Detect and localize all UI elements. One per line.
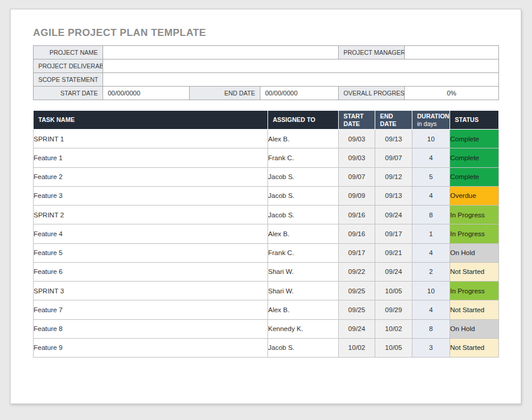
start-date-cell[interactable]: 09/25 xyxy=(339,300,375,319)
task-table: TASK NAME ASSIGNED TO START DATE END DAT… xyxy=(33,110,499,358)
task-name-cell[interactable]: Feature 9 xyxy=(34,338,268,357)
status-cell[interactable]: Complete xyxy=(450,130,499,148)
task-name-cell[interactable]: Feature 5 xyxy=(34,243,268,262)
task-name-header: TASK NAME xyxy=(34,111,268,130)
overall-progress-value[interactable]: 0% xyxy=(405,87,499,100)
assigned-to-cell[interactable]: Kennedy K. xyxy=(268,319,339,338)
start-date-cell[interactable]: 09/16 xyxy=(339,224,375,243)
end-date-cell[interactable]: 09/17 xyxy=(375,224,412,243)
scope-statement-value[interactable] xyxy=(103,73,499,87)
task-name-cell[interactable]: Feature 7 xyxy=(34,300,268,319)
task-table-body: SPRINT 1Alex B.09/0309/1310CompleteFeatu… xyxy=(34,130,499,358)
duration-cell[interactable]: 8 xyxy=(412,319,450,338)
assigned-to-cell[interactable]: Alex B. xyxy=(268,130,339,148)
end-date-cell[interactable]: 10/05 xyxy=(375,338,412,357)
start-date-cell[interactable]: 10/02 xyxy=(339,338,375,357)
assigned-to-cell[interactable]: Jacob S. xyxy=(268,186,339,205)
table-row: SPRINT 1Alex B.09/0309/1310Complete xyxy=(34,130,499,148)
task-name-cell[interactable]: Feature 8 xyxy=(34,319,268,338)
start-date-cell[interactable]: 09/24 xyxy=(339,319,375,338)
table-row: Feature 2Jacob S.09/0709/125Complete xyxy=(34,167,499,186)
end-date-cell[interactable]: 09/13 xyxy=(375,186,412,205)
start-date-cell[interactable]: 09/16 xyxy=(339,206,375,224)
duration-cell[interactable]: 5 xyxy=(412,167,450,186)
duration-cell[interactable]: 8 xyxy=(412,206,450,224)
project-name-label: PROJECT NAME xyxy=(34,46,103,59)
assigned-to-cell[interactable]: Frank C. xyxy=(268,148,339,167)
end-date-value[interactable]: 00/00/0000 xyxy=(260,87,339,100)
task-name-cell[interactable]: Feature 3 xyxy=(34,186,268,205)
start-date-cell[interactable]: 09/25 xyxy=(339,282,375,300)
assigned-to-cell[interactable]: Shari W. xyxy=(268,282,339,300)
assigned-to-cell[interactable]: Shari W. xyxy=(268,262,339,281)
duration-cell[interactable]: 4 xyxy=(412,300,450,319)
end-date-cell[interactable]: 09/13 xyxy=(375,130,412,148)
duration-cell[interactable]: 4 xyxy=(412,186,450,205)
status-cell[interactable]: On Hold xyxy=(450,319,499,338)
assigned-to-cell[interactable]: Alex B. xyxy=(268,300,339,319)
duration-header-line1: DURATION xyxy=(417,113,447,120)
assigned-to-cell[interactable]: Jacob S. xyxy=(268,206,339,224)
assigned-to-header: ASSIGNED TO xyxy=(268,111,339,130)
end-date-cell[interactable]: 09/21 xyxy=(375,243,412,262)
end-date-cell[interactable]: 10/02 xyxy=(375,319,412,338)
start-date-header: START DATE xyxy=(339,111,375,130)
project-name-value[interactable] xyxy=(103,46,339,59)
duration-cell[interactable]: 1 xyxy=(412,224,450,243)
start-date-cell[interactable]: 09/03 xyxy=(339,148,375,167)
status-cell[interactable]: In Progress xyxy=(450,224,499,243)
task-name-cell[interactable]: Feature 1 xyxy=(34,148,268,167)
duration-cell[interactable]: 3 xyxy=(412,338,450,357)
end-date-header: END DATE xyxy=(375,111,412,130)
end-date-cell[interactable]: 10/05 xyxy=(375,282,412,300)
task-name-cell[interactable]: Feature 2 xyxy=(34,167,268,186)
status-cell[interactable]: Complete xyxy=(450,167,499,186)
start-date-cell[interactable]: 09/07 xyxy=(339,167,375,186)
start-date-header-line1: START xyxy=(343,113,372,120)
status-cell[interactable]: Complete xyxy=(450,148,499,167)
status-cell[interactable]: Not Started xyxy=(450,300,499,319)
task-name-cell[interactable]: SPRINT 3 xyxy=(34,282,268,300)
start-date-cell[interactable]: 09/09 xyxy=(339,186,375,205)
assigned-to-cell[interactable]: Frank C. xyxy=(268,243,339,262)
duration-cell[interactable]: 2 xyxy=(412,262,450,281)
page-title: AGILE PROJECT PLAN TEMPLATE xyxy=(33,27,206,39)
scope-statement-row: SCOPE STATEMENT xyxy=(34,73,499,87)
end-date-cell[interactable]: 09/29 xyxy=(375,300,412,319)
task-name-cell[interactable]: SPRINT 2 xyxy=(34,206,268,224)
duration-cell[interactable]: 10 xyxy=(412,282,450,300)
assigned-to-cell[interactable]: Jacob S. xyxy=(268,338,339,357)
task-name-cell[interactable]: SPRINT 1 xyxy=(34,130,268,148)
project-name-row: PROJECT NAME PROJECT MANAGER xyxy=(34,46,499,59)
end-date-label: END DATE xyxy=(190,87,260,100)
table-row: Feature 7Alex B.09/2509/294Not Started xyxy=(34,300,499,319)
table-row: Feature 6Shari W.09/2209/242Not Started xyxy=(34,262,499,281)
duration-cell[interactable]: 10 xyxy=(412,130,450,148)
start-date-value[interactable]: 00/00/0000 xyxy=(103,87,190,100)
document-page: AGILE PROJECT PLAN TEMPLATE PROJECT NAME… xyxy=(10,9,521,404)
assigned-to-cell[interactable]: Alex B. xyxy=(268,224,339,243)
project-deliverable-value[interactable] xyxy=(103,59,499,73)
start-date-cell[interactable]: 09/03 xyxy=(339,130,375,148)
start-date-cell[interactable]: 09/22 xyxy=(339,262,375,281)
status-cell[interactable]: In Progress xyxy=(450,282,499,300)
start-date-cell[interactable]: 09/17 xyxy=(339,243,375,262)
status-cell[interactable]: In Progress xyxy=(450,206,499,224)
task-name-cell[interactable]: Feature 6 xyxy=(34,262,268,281)
overall-progress-label: OVERALL PROGRESS xyxy=(339,87,405,100)
task-name-cell[interactable]: Feature 4 xyxy=(34,224,268,243)
end-date-cell[interactable]: 09/24 xyxy=(375,262,412,281)
end-date-cell[interactable]: 09/24 xyxy=(375,206,412,224)
duration-cell[interactable]: 4 xyxy=(412,243,450,262)
project-manager-value[interactable] xyxy=(405,46,499,59)
end-date-cell[interactable]: 09/07 xyxy=(375,148,412,167)
duration-cell[interactable]: 4 xyxy=(412,148,450,167)
status-cell[interactable]: Not Started xyxy=(450,262,499,281)
end-date-cell[interactable]: 09/12 xyxy=(375,167,412,186)
table-row: Feature 1Frank C.09/0309/074Complete xyxy=(34,148,499,167)
status-cell[interactable]: Not Started xyxy=(450,338,499,357)
status-cell[interactable]: Overdue xyxy=(450,186,499,205)
assigned-to-cell[interactable]: Jacob S. xyxy=(268,167,339,186)
table-row: Feature 5Frank C.09/1709/214On Hold xyxy=(34,243,499,262)
status-cell[interactable]: On Hold xyxy=(450,243,499,262)
